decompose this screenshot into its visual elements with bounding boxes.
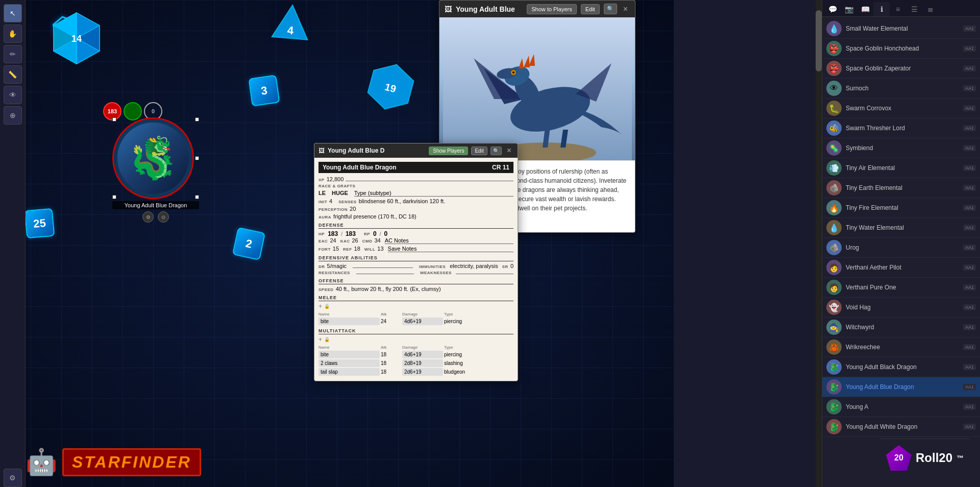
search-btn-large[interactable]: 🔍 — [604, 4, 617, 14]
search-btn-small[interactable]: 🔍 — [491, 147, 502, 155]
handle-bl[interactable] — [112, 195, 116, 199]
multi-type-1: piercing — [444, 352, 480, 357]
layer-tool-btn[interactable]: ⊕ — [4, 106, 22, 125]
sheet-portrait-icon: 🖼 — [445, 5, 452, 13]
sidebar-name-3: Space Goblin Zaperator — [846, 65, 959, 72]
close-btn-large[interactable]: × — [621, 5, 630, 14]
sidebar-item-16[interactable]: 🧙WitchwyrdAA1 — [822, 318, 980, 337]
sidebar-badge-6: AA1 — [963, 125, 976, 131]
char-sheet-large-header: 🖼 Young Adult Blue Show to Players Edit … — [439, 1, 635, 17]
sidebar-item-14[interactable]: 🧑Verthani Pure OneAA1 — [822, 278, 980, 298]
add-melee-btn[interactable]: + — [318, 303, 322, 310]
sidebar-scrollbar-thumb[interactable] — [816, 10, 822, 71]
edit-btn-large[interactable]: Edit — [581, 4, 600, 14]
rp-display — [124, 102, 142, 120]
sidebar-item-1[interactable]: 💧Small Water ElementalAA1 — [822, 19, 980, 39]
dr-field[interactable] — [353, 267, 413, 268]
char-sheet-small-header: 🖼 Young Adult Blue D Show Players Edit 🔍… — [314, 143, 518, 158]
weaknesses-field[interactable] — [456, 274, 513, 274]
tab-chat[interactable]: 💬 — [824, 2, 841, 16]
cr-display: CR 11 — [492, 164, 509, 171]
sidebar-item-17[interactable]: 🦀WrikreecheeAA1 — [822, 337, 980, 357]
immunities-value: electricity, paralysis — [450, 263, 498, 269]
sidebar-item-2[interactable]: 👺Space Goblin HonchoheadAA1 — [822, 39, 980, 59]
sidebar-item-10[interactable]: 🔥Tiny Fire ElementalAA1 — [822, 198, 980, 218]
token-actions-btn[interactable]: ⊙ — [158, 211, 169, 223]
tab-video[interactable]: 📷 — [841, 2, 857, 16]
melee-controls: + 🔒 — [318, 303, 513, 310]
dice-d6-1: 3 — [248, 75, 280, 106]
show-players-btn-small[interactable]: Show Players — [429, 147, 468, 155]
sidebar-avatar-18: 🐉 — [826, 359, 842, 375]
sidebar-badge-20: AA1 — [963, 404, 976, 410]
tab-settings[interactable]: ≡ — [890, 2, 906, 16]
sidebar-avatar-7: 🦠 — [826, 140, 842, 156]
handle-mr[interactable] — [195, 156, 199, 160]
settings-tool-btn[interactable]: ⚙ — [4, 469, 22, 487]
sidebar-name-7: Symbiend — [846, 144, 959, 152]
sidebar-avatar-10: 🔥 — [826, 200, 842, 215]
melee-dmg-1: 4d6+19 — [402, 318, 443, 325]
handle-tl[interactable] — [112, 117, 116, 121]
add-multiattack-btn[interactable]: + — [318, 336, 322, 343]
multiattack-controls: + 🔒 — [318, 336, 513, 343]
cmd-value: 34 — [374, 237, 380, 243]
sidebar-item-5[interactable]: 🐛Swarm CorrovoxAA1 — [822, 99, 980, 118]
cmd-label: CMD — [362, 239, 373, 243]
size: HUGE — [332, 190, 348, 196]
draw-tool-btn[interactable]: ✏ — [4, 45, 22, 63]
sidebar-avatar-2: 👺 — [826, 41, 842, 56]
char-sheet-small: 🖼 Young Adult Blue D Show Players Edit 🔍… — [314, 143, 518, 381]
sidebar-item-21[interactable]: 🐉Young Adult White DragonAA1 — [822, 417, 980, 437]
close-btn-small[interactable]: × — [505, 146, 513, 155]
vision-tool-btn[interactable]: 👁 — [4, 86, 22, 104]
tab-list[interactable]: ≣ — [922, 2, 939, 16]
sidebar-badge-17: AA1 — [963, 344, 976, 350]
hp-row: HP 183 / 183 RP 0 / 0 — [318, 230, 513, 237]
sidebar-avatar-15: 👻 — [826, 300, 842, 315]
sidebar-item-8[interactable]: 💨Tiny Air ElementalAA1 — [822, 158, 980, 178]
token-settings-btn[interactable]: ⚙ — [142, 211, 154, 223]
melee-type-1: piercing — [444, 319, 480, 324]
sidebar-item-4[interactable]: 👁SurnochAA1 — [822, 79, 980, 99]
sidebar-item-13[interactable]: 🧑Verthani Aether PilotAA1 — [822, 258, 980, 278]
sidebar-item-11[interactable]: 💧Tiny Water ElementalAA1 — [822, 218, 980, 238]
sidebar-name-21: Young Adult White Dragon — [846, 423, 959, 430]
dice-d4: 4 — [268, 1, 313, 47]
sidebar-name-20: Young A — [846, 403, 959, 410]
sidebar-badge-14: AA1 — [963, 284, 976, 290]
sidebar-avatar-8: 💨 — [826, 160, 842, 176]
sidebar-item-15[interactable]: 👻Void HagAA1 — [822, 298, 980, 318]
tab-info[interactable]: ℹ — [873, 2, 890, 16]
sidebar-avatar-6: 🐝 — [826, 120, 842, 136]
sidebar-avatar-1: 💧 — [826, 21, 842, 36]
xp-field[interactable] — [346, 181, 513, 181]
stat-name-bar: Young Adult Blue Dragon CR 11 — [318, 162, 513, 173]
aura-row: AURA frightful presence (170 ft., DC 18) — [318, 213, 513, 220]
show-to-players-btn-large[interactable]: Show to Players — [527, 4, 576, 14]
sidebar-item-18[interactable]: 🐉Young Adult Black DragonAA1 — [822, 357, 980, 377]
sidebar-badge-7: AA1 — [963, 145, 976, 151]
saves-row: FORT 15 REF 18 WILL 13 Save Notes — [318, 246, 513, 252]
sidebar-item-12[interactable]: 🪨UrogAA1 — [822, 238, 980, 258]
token-young-adult-blue-dragon[interactable]: 183 0 Young Adult Blue Dragon ⚙ ⊙ — [112, 117, 199, 220]
lock-multiattack-btn[interactable]: 🔒 — [324, 337, 330, 342]
lock-melee-btn[interactable]: 🔒 — [324, 304, 330, 309]
ruler-tool-btn[interactable]: 📏 — [4, 65, 22, 84]
handle-br[interactable] — [195, 195, 199, 199]
sidebar-item-9[interactable]: 🪨Tiny Earth ElementalAA1 — [822, 178, 980, 198]
pan-tool-btn[interactable]: ✋ — [4, 25, 22, 43]
tab-journal[interactable]: 📖 — [857, 2, 873, 16]
svg-point-19 — [512, 71, 514, 74]
edit-btn-small[interactable]: Edit — [471, 147, 487, 155]
sidebar-item-3[interactable]: 👺Space Goblin ZaperatorAA1 — [822, 59, 980, 79]
select-tool-btn[interactable]: ↖ — [4, 4, 22, 22]
sidebar-item-19[interactable]: 🐉Young Adult Blue DragonAA1 — [822, 377, 980, 397]
offense-section-label: OFFENSE — [318, 278, 513, 284]
sidebar-item-20[interactable]: 🐉Young AAA1 — [822, 397, 980, 417]
sidebar-item-6[interactable]: 🐝Swarm Thresher LordAA1 — [822, 118, 980, 138]
sidebar-item-7[interactable]: 🦠SymbiendAA1 — [822, 138, 980, 158]
tab-compendium[interactable]: ☰ — [906, 2, 922, 16]
handle-tr[interactable] — [195, 117, 199, 121]
resistances-field[interactable] — [356, 274, 414, 274]
